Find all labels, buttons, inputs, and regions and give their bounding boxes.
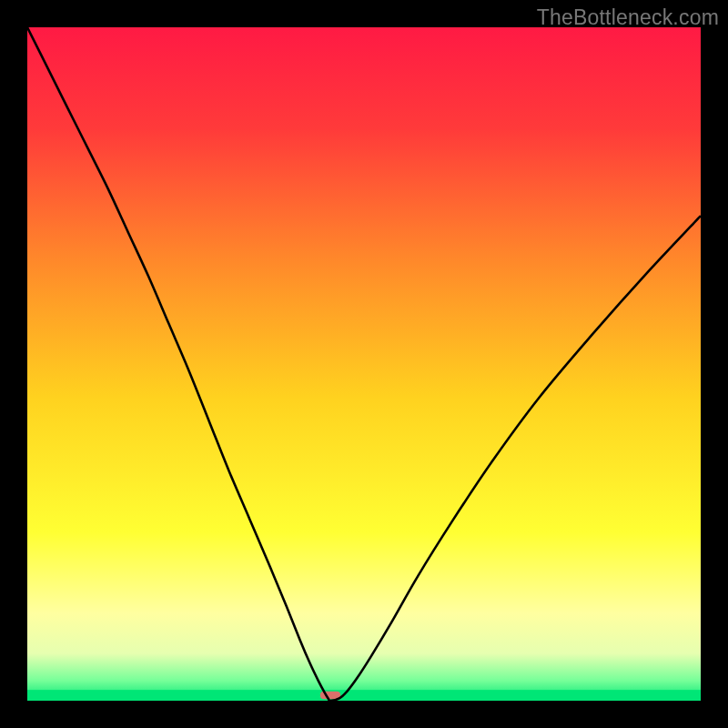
gradient-background — [27, 27, 701, 701]
floor-strip — [27, 690, 701, 701]
chart-plot-area — [27, 27, 701, 701]
chart-svg — [27, 27, 701, 701]
chart-frame: TheBottleneck.com — [0, 0, 728, 728]
watermark-text: TheBottleneck.com — [537, 5, 719, 30]
